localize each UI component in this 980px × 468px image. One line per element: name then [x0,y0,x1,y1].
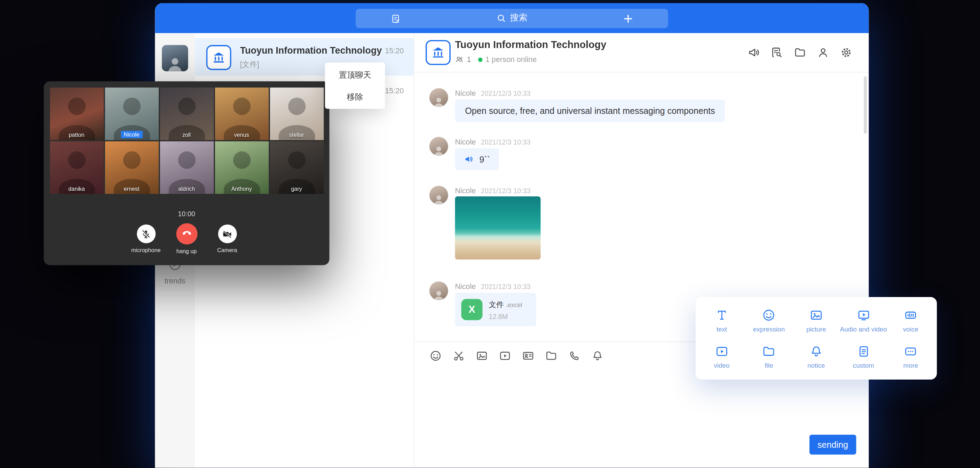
message-time: 2021/12/3 10:33 [481,138,531,146]
chat-item-title: Tuoyun Information Technology [240,45,382,56]
sender-avatar[interactable] [430,88,448,107]
participant-tile[interactable]: Anthony [215,141,268,194]
participant-tile[interactable]: patton [50,88,103,140]
menu-item-pin-chat[interactable]: 置顶聊天 [325,64,385,86]
sender-name: Nicole [455,137,476,146]
monitor-play-icon [856,308,870,322]
microphone-label: microphone [127,247,165,253]
feature-item-audio-video[interactable]: Audio and video [840,302,887,338]
folder-icon [794,46,807,59]
plus-icon [623,13,634,24]
sender-avatar[interactable] [430,137,448,156]
participant-grid: patton Nicole zoll venus stellar danika … [44,88,329,193]
person-silhouette-icon [432,144,445,156]
participant-tile[interactable]: danika [50,141,103,194]
file-info: 文件 .excel 12.8M [488,299,522,319]
message-time: 2021/12/3 10:33 [481,283,531,291]
sender-avatar[interactable] [430,281,448,300]
file-name-row: 文件 .excel [488,299,522,310]
screenshot-button[interactable] [452,350,465,362]
text-message-bubble[interactable]: Open source, free, and universal instant… [455,100,725,122]
participant-tile[interactable]: aldrich [160,141,213,194]
top-navbar: 搜索 [155,3,869,33]
file-message-card[interactable]: X 文件 .excel 12.8M [455,292,536,326]
feature-item-text[interactable]: text [698,302,745,338]
hangup-button[interactable] [176,223,197,244]
announcement-button[interactable] [748,46,760,59]
emoji-button[interactable] [430,350,442,362]
participant-name: ernest [124,185,140,192]
feature-item-voice[interactable]: voice [887,302,934,338]
files-button[interactable] [794,46,807,59]
notice-button[interactable] [591,350,604,362]
microphone-button[interactable] [137,225,155,243]
members-button[interactable] [817,46,829,59]
feature-item-expression[interactable]: expression [745,302,793,338]
contact-card-button[interactable] [522,350,535,362]
smiley-icon [762,308,776,322]
feature-label: custom [853,361,874,369]
participant-tile[interactable]: ernest [105,141,158,194]
participant-name: danika [68,185,85,192]
sender-avatar[interactable] [430,185,448,204]
participant-name: stellar [289,132,304,138]
message-head: Nicole 2021/12/3 10:33 [455,137,530,146]
participant-name: aldrich [178,185,195,192]
call-controls: microphone hang up Camera [44,223,329,254]
search-icon [496,13,506,23]
group-avatar [426,40,451,65]
participant-tile[interactable]: Nicole [105,88,158,140]
file-size: 12.8M [488,312,522,320]
image-button[interactable] [476,350,488,362]
file-name: 文件 [488,300,504,308]
image-message-beach-photo[interactable] [455,196,541,259]
message-input-area[interactable]: sending [414,369,869,468]
camera-label: Camera [208,247,246,253]
feature-item-file[interactable]: file [745,339,793,375]
settings-button[interactable] [840,46,853,59]
message-time: 2021/12/3 10:33 [481,187,531,195]
menu-item-remove[interactable]: 移除 [325,86,385,108]
participant-tile[interactable]: gary [270,141,323,194]
voice-message-bubble[interactable]: 9`` [455,149,499,170]
camera-button[interactable] [218,225,237,243]
add-button[interactable] [620,11,635,26]
microphone-control: microphone [127,223,165,254]
phone-icon [568,350,581,362]
call-button[interactable] [568,350,581,362]
online-text: 1 person online [485,55,537,64]
building-icon [212,51,226,64]
trends-label: trends [155,276,195,285]
picture-icon [810,308,823,322]
participant-tile[interactable]: stellar [270,88,323,140]
feature-item-notice[interactable]: notice [793,339,840,375]
feature-item-more[interactable]: more [887,339,934,375]
mic-off-icon [141,228,151,239]
person-icon [817,46,829,59]
participant-tile[interactable]: zoll [160,88,213,140]
feature-item-picture[interactable]: picture [793,302,840,338]
participant-tile[interactable]: venus [215,88,268,140]
feature-label: more [903,361,918,369]
feature-item-custom[interactable]: custom [840,339,887,375]
feature-item-video[interactable]: video [698,339,745,375]
feature-label: voice [903,325,918,332]
user-avatar[interactable] [162,45,188,71]
hangup-label: hang up [168,248,205,254]
camera-control: Camera [208,223,246,254]
file-button[interactable] [545,350,557,362]
scrollbar[interactable] [864,76,867,134]
feature-label: video [714,361,729,369]
send-button[interactable]: sending [810,434,856,454]
folder-icon [545,350,557,362]
chat-history-button[interactable] [770,46,783,59]
video-button[interactable] [499,350,511,362]
hangup-control: hang up [168,223,205,254]
folder-icon [762,344,776,358]
participant-name: gary [291,185,302,192]
more-icon [904,344,918,358]
video-call-window[interactable]: patton Nicole zoll venus stellar danika … [44,81,329,265]
search-cluster: 搜索 [356,8,668,28]
sender-name: Nicole [455,89,476,97]
participant-name: Anthony [231,185,251,192]
